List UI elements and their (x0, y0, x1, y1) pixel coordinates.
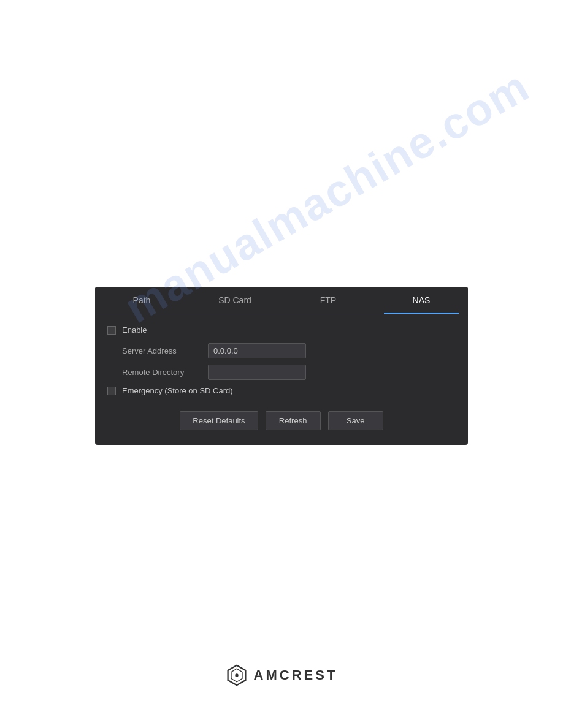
svg-point-2 (235, 673, 238, 677)
remote-directory-label: Remote Directory (122, 368, 208, 377)
content-area: Enable Server Address Remote Directory E… (95, 314, 468, 445)
tab-path[interactable]: Path (95, 287, 188, 314)
tab-nas[interactable]: NAS (375, 287, 468, 314)
amcrest-logo-icon (226, 664, 248, 686)
tab-sdcard[interactable]: SD Card (188, 287, 282, 314)
tab-ftp[interactable]: FTP (282, 287, 375, 314)
enable-checkbox[interactable] (107, 326, 116, 335)
enable-row: Enable (107, 325, 456, 335)
refresh-button[interactable]: Refresh (266, 411, 321, 430)
emergency-checkbox[interactable] (107, 387, 116, 395)
remote-directory-row: Remote Directory (107, 365, 456, 380)
remote-directory-input[interactable] (208, 365, 306, 380)
tabs-row: Path SD Card FTP NAS (95, 287, 468, 314)
main-panel: Path SD Card FTP NAS Enable Server Addre… (95, 287, 468, 445)
reset-defaults-button[interactable]: Reset Defaults (180, 411, 258, 430)
server-address-input[interactable] (208, 343, 306, 358)
buttons-row: Reset Defaults Refresh Save (107, 406, 456, 433)
enable-label: Enable (122, 325, 147, 335)
emergency-row: Emergency (Store on SD Card) (107, 386, 456, 395)
amcrest-logo-text: AMCREST (254, 667, 338, 683)
save-button[interactable]: Save (328, 411, 383, 430)
emergency-label: Emergency (Store on SD Card) (122, 386, 233, 395)
server-address-row: Server Address (107, 343, 456, 358)
server-address-label: Server Address (122, 346, 208, 355)
logo-area: AMCREST (0, 664, 563, 686)
